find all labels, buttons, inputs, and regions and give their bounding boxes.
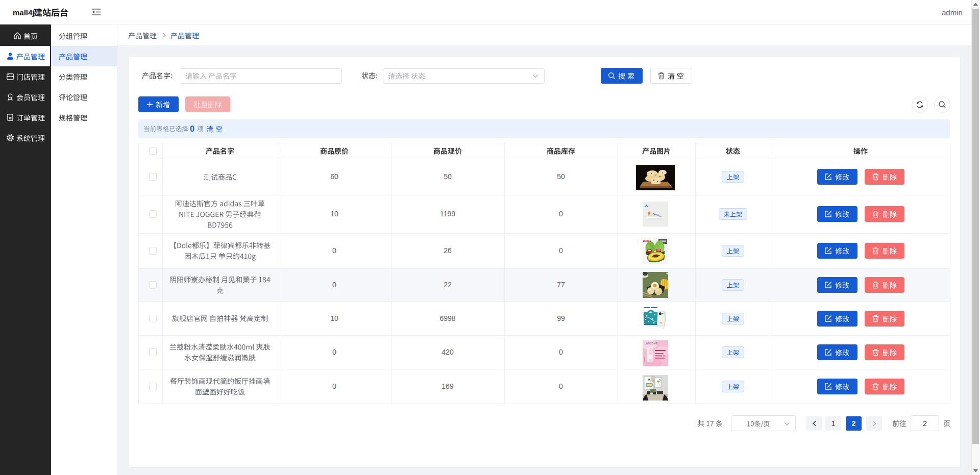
- svg-text:LANCOME: LANCOME: [645, 342, 658, 345]
